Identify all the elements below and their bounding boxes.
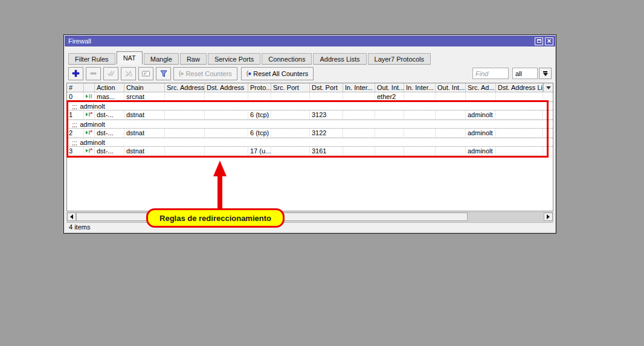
comment-row[interactable]: ;;;adminolt: [67, 120, 553, 129]
column-header-src_address[interactable]: Src. Address: [165, 83, 205, 92]
column-header-chain[interactable]: Chain: [124, 83, 165, 92]
comment-row[interactable]: ;;;adminolt: [67, 138, 553, 147]
tab-raw[interactable]: Raw: [180, 53, 207, 65]
close-button[interactable]: [545, 37, 553, 45]
titlebar[interactable]: Firewall: [65, 36, 555, 46]
cell-out_interface_list: [436, 92, 466, 101]
scrollbar-track[interactable]: [468, 213, 544, 221]
filter-select[interactable]: all: [512, 68, 538, 79]
tab-layer7-protocols[interactable]: Layer7 Protocols: [368, 53, 431, 65]
cell-action: dst-...: [95, 111, 124, 119]
funnel-icon: [159, 69, 168, 78]
cell-id: 2: [67, 129, 84, 137]
cell-protocol: 6 (tcp): [248, 129, 271, 137]
reset-all-counters-icon: (●: [246, 70, 251, 77]
status-bar: 4 items: [66, 222, 553, 231]
cell-action_icon: [84, 147, 95, 155]
cell-in_interface_list: [404, 111, 436, 119]
comment-prefix: ;;;: [72, 121, 77, 128]
tab-address-lists[interactable]: Address Lists: [313, 53, 366, 65]
column-header-protocol[interactable]: Proto...: [248, 83, 271, 92]
disable-button[interactable]: [121, 67, 136, 80]
cell-dst_address_list: [496, 129, 543, 137]
column-header-src_address_list[interactable]: Src. Ad...: [466, 83, 496, 92]
cell-action: dst-...: [95, 129, 124, 137]
filter-button[interactable]: [156, 67, 171, 80]
column-header-src_port[interactable]: Src. Port: [271, 83, 310, 92]
cell-chain: srcnat: [124, 92, 165, 101]
row-filler: [543, 147, 553, 155]
table-row[interactable]: 0mas...srcnatether2: [67, 92, 553, 101]
tab-mangle[interactable]: Mangle: [144, 53, 179, 65]
table-header-row: #ActionChainSrc. AddressDst. AddressProt…: [67, 83, 553, 92]
cell-src_address: [165, 147, 205, 155]
column-header-dst_address_list[interactable]: Dst. Address Lis: [496, 83, 543, 92]
cell-out_interface_list: [436, 111, 466, 119]
add-button[interactable]: [68, 67, 83, 80]
enable-button[interactable]: [103, 67, 118, 80]
cell-action_icon: [84, 92, 95, 101]
comment-text: adminolt: [80, 121, 105, 128]
cell-dst_address_list: [496, 92, 543, 101]
cell-id: 0: [67, 92, 84, 101]
tab-service-ports[interactable]: Service Ports: [208, 53, 260, 65]
table-row[interactable]: 1dst-...dstnat6 (tcp)3123adminolt: [67, 111, 553, 120]
annotation-callout-text: Reglas de redireccionamiento: [159, 214, 271, 223]
dropdown-bar-icon: [543, 71, 547, 72]
dst-nat-icon: [85, 147, 93, 155]
scroll-right-button[interactable]: [544, 213, 553, 221]
reset-counters-button[interactable]: (● Reset Counters: [173, 67, 237, 80]
column-header-action[interactable]: Action: [95, 83, 124, 92]
tab-nat[interactable]: NAT: [117, 51, 143, 65]
cell-out_interface_list: [436, 129, 466, 137]
reset-all-counters-button[interactable]: (● Reset All Counters: [241, 67, 314, 80]
cell-src_address_list: adminolt: [466, 111, 496, 119]
column-header-dst_port[interactable]: Dst. Port: [310, 83, 343, 92]
table-row[interactable]: 3dst-...dstnat17 (u...3161adminolt: [67, 147, 553, 156]
cell-src_port: [271, 129, 310, 137]
remove-button[interactable]: [86, 67, 101, 80]
column-header-out_interface_list[interactable]: Out. Int...: [436, 83, 466, 92]
comment-prefix: ;;;: [72, 139, 77, 146]
maximize-icon: [537, 39, 541, 43]
find-input[interactable]: [472, 68, 509, 79]
minus-icon: [89, 69, 97, 77]
scroll-left-button[interactable]: [67, 213, 76, 221]
column-header-in_interface_list[interactable]: In. Inter...: [404, 83, 436, 92]
plus-icon: [71, 69, 80, 78]
column-header-dst_address[interactable]: Dst. Address: [205, 83, 248, 92]
column-selector-button[interactable]: [543, 83, 553, 92]
cell-dst_address: [205, 111, 248, 119]
column-header-in_interface[interactable]: In. Inter...: [343, 83, 375, 92]
column-header-action_icon[interactable]: [84, 83, 95, 92]
horizontal-scrollbar: [66, 212, 553, 222]
toolbar: (● Reset Counters (● Reset All Counters …: [68, 66, 552, 80]
cell-in_interface: [343, 129, 375, 137]
cell-id: 1: [67, 111, 84, 119]
reset-counters-icon: (●: [179, 70, 183, 77]
annotation-callout: Reglas de redireccionamiento: [146, 208, 285, 228]
cell-action_icon: [84, 129, 95, 137]
comment-row[interactable]: ;;;adminolt: [67, 101, 553, 111]
cell-out_interface: ether2: [375, 92, 404, 101]
cell-dst_address: [205, 129, 248, 137]
double-check-icon: [106, 70, 115, 77]
column-header-out_interface[interactable]: Out. Int...: [375, 83, 404, 92]
comment-prefix: ;;;: [72, 103, 77, 110]
column-header-id[interactable]: #: [67, 83, 84, 92]
cell-dst_address: [205, 92, 248, 101]
chevron-down-icon: [543, 73, 548, 76]
cell-dst_port: 3123: [310, 111, 343, 119]
tab-connections[interactable]: Connections: [262, 53, 312, 65]
comment-button[interactable]: [138, 67, 153, 80]
dst-nat-icon: [85, 111, 93, 119]
tab-filter-rules[interactable]: Filter Rules: [68, 53, 115, 65]
cell-src_port: [271, 92, 310, 101]
comment-text: adminolt: [80, 139, 105, 146]
filter-select-dropdown-button[interactable]: [539, 68, 552, 79]
cell-src_address: [165, 111, 205, 119]
cell-protocol: 17 (u...: [248, 147, 271, 155]
maximize-button[interactable]: [535, 37, 543, 45]
reset-counters-label: Reset Counters: [185, 70, 231, 77]
table-row[interactable]: 2dst-...dstnat6 (tcp)3122adminolt: [67, 129, 553, 138]
